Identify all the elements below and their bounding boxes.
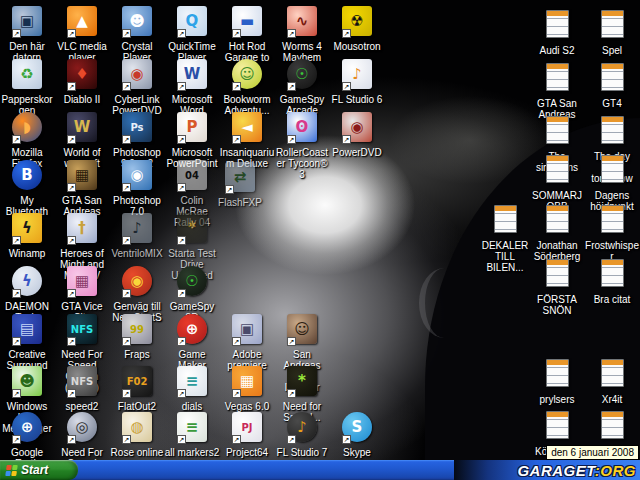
icon-label: Xr4it (584, 394, 640, 405)
desktop-icon-photoshop-7-0[interactable]: ◉↗Photoshop 7.0 (109, 160, 165, 217)
köpa-lista-icon (542, 411, 572, 443)
skype-icon: S↗ (342, 412, 372, 444)
gt4-icon (597, 63, 627, 95)
desktop-icon-xr4it[interactable]: Xr4it (584, 357, 640, 405)
icon-label: RollerCoaster Tycoon® 3 (274, 147, 330, 180)
desktop-icon-bookworm-adventu[interactable]: ☺↗Bookworm Adventu... (219, 59, 275, 116)
shortcut-arrow-icon: ↗ (287, 337, 296, 346)
jonathan-söderberg-icon (542, 205, 572, 237)
text-document-icon (601, 259, 624, 287)
desktop-icon-rollercoaster-tycoon-3[interactable]: ʘ↗RollerCoaster Tycoon® 3 (274, 112, 330, 180)
shortcut-arrow-icon: ↗ (122, 135, 131, 144)
fraps-icon: 99↗ (122, 314, 152, 346)
första-snön-icon (542, 259, 572, 291)
desktop-icon-project64[interactable]: PJ↗Project64 (219, 412, 275, 458)
text-document-icon (546, 259, 569, 287)
text-document-icon (546, 63, 569, 91)
shortcut-arrow-icon: ↗ (232, 435, 241, 444)
icon-label: FlatOut2 (109, 401, 165, 412)
shortcut-arrow-icon: ↗ (12, 337, 21, 346)
icon-label: Mousotron (329, 41, 385, 52)
text-document-icon (601, 10, 624, 38)
garaget-logo-text: GARAGET (517, 462, 594, 479)
desktop-icon-quicktime-player[interactable]: Q↗QuickTime Player (164, 6, 220, 63)
shortcut-arrow-icon: ↗ (122, 236, 131, 245)
icon-label: Project64 (219, 447, 275, 458)
desktop-icon-winamp[interactable]: ϟ↗Winamp (0, 213, 55, 259)
desktop-icon-flatout2[interactable]: F02↗FlatOut2 (109, 366, 165, 412)
desktop-icon-den-här-datorn[interactable]: ▣↗Den här datorn (0, 6, 55, 63)
text-document-icon (546, 359, 569, 387)
shortcut-arrow-icon: ↗ (12, 389, 21, 398)
desktop-icon-ventrilomix[interactable]: ♪↗VentriloMIX (109, 213, 165, 259)
desktop-icon-prylsers[interactable]: prylsers (529, 357, 585, 405)
desktop-icon-powerdvd[interactable]: ◉↗PowerDVD (329, 112, 385, 158)
desktop-icon-diablo-ii[interactable]: ♦↗Diablo II (54, 59, 110, 105)
shortcut-arrow-icon: ↗ (177, 236, 186, 245)
spel-icon (597, 10, 627, 42)
desktop-icon-speed2[interactable]: NFS↗speed2 (54, 366, 110, 412)
desktop-icon-all-markers2[interactable]: ≡↗all markers2 (164, 412, 220, 458)
desktop-icon-game-maker[interactable]: ⊕↗Game Maker (164, 314, 220, 371)
desktop-icon-fraps[interactable]: 99↗Fraps (109, 314, 165, 360)
icon-label: FlashFXP (212, 197, 268, 208)
shortcut-arrow-icon: ↗ (177, 29, 186, 38)
desktop-icon-rose-online[interactable]: ◍↗Rose online (109, 412, 165, 458)
shortcut-arrow-icon: ↗ (122, 389, 131, 398)
shortcut-arrow-icon: ↗ (232, 389, 241, 398)
garaget-icon (597, 411, 627, 443)
dials-icon: ≡↗ (177, 366, 207, 398)
worms-4-mayhem-icon: ∿↗ (287, 6, 317, 38)
text-document-icon (601, 411, 624, 439)
desktop-icon-adobe-premiere[interactable]: ▣↗Adobe premiere (219, 314, 275, 371)
desktop-icon-första-snön[interactable]: FÖRSTA SNÖN (529, 257, 585, 316)
desktop-icon-gta-san-andreas[interactable]: GTA San Andreas (529, 61, 585, 120)
desktop-icon-vlc-media-player[interactable]: ▲↗VLC media player (54, 6, 110, 63)
icon-label: Winamp (0, 248, 55, 259)
dekaler-till-bilen-icon (490, 205, 520, 237)
desktop-icon-cyberlink-powerdvd[interactable]: ◉↗CyberLink PowerDVD (109, 59, 165, 116)
desktop-icon-microsoft-word[interactable]: W↗Microsoft Word (164, 59, 220, 116)
desktop-icon-gamespy-arcade[interactable]: ☉↗GameSpy Arcade (274, 59, 330, 116)
desktop-icon-insaniquarium-deluxe[interactable]: ◄↗Insaniquarium Deluxe (219, 112, 275, 169)
frostwhisper-icon (597, 205, 627, 237)
car-wheel-arch (419, 268, 469, 338)
mousotron-icon: ☢↗ (342, 6, 372, 38)
desktop-icon-crystal-player[interactable]: ☻↗Crystal Player (109, 6, 165, 63)
desktop-icon-worms-4-mayhem[interactable]: ∿↗Worms 4 Mayhem (274, 6, 330, 63)
desktop-icon-dekaler-till-bilen[interactable]: DEKALER TILL BILEN... (477, 203, 533, 273)
garaget-logo-org: :ORG (595, 462, 636, 479)
desktop-icon-audi-s2[interactable]: Audi S2 (529, 8, 585, 56)
icon-label: FL Studio 7 (274, 447, 330, 458)
shortcut-arrow-icon: ↗ (12, 289, 21, 298)
shortcut-arrow-icon: ↗ (232, 135, 241, 144)
desktop-icon-skype[interactable]: S↗Skype (329, 412, 385, 458)
desktop-icon-jonathan-söderberg[interactable]: Jonathan Söderberg (529, 203, 585, 262)
desktop-icon-gta-san-andreas[interactable]: ▦↗GTA San Andreas (54, 160, 110, 217)
desktop-icon-fl-studio-7[interactable]: ♪↗FL Studio 7 (274, 412, 330, 458)
desktop-icon-gt4[interactable]: GT4 (584, 61, 640, 109)
start-button[interactable]: Start (0, 460, 78, 480)
windows-flag-icon (5, 465, 18, 476)
shortcut-arrow-icon: ↗ (287, 435, 296, 444)
desktop-icon-frostwhisper[interactable]: Frostwhisper (584, 203, 640, 262)
date-tooltip: den 6 januari 2008 (546, 445, 639, 460)
desktop-icon-spel[interactable]: Spel (584, 8, 640, 56)
desktop-icon-bra-citat[interactable]: Bra citat (584, 257, 640, 305)
world-of-warcraft-icon: W↗ (67, 112, 97, 144)
photoshop-9-0-cs2-icon: Ps↗ (122, 112, 152, 144)
desktop-icon-mousotron[interactable]: ☢↗Mousotron (329, 6, 385, 52)
shortcut-arrow-icon: ↗ (12, 236, 21, 245)
text-document-icon (494, 205, 517, 233)
shortcut-arrow-icon: ↗ (177, 135, 186, 144)
vlc-media-player-icon: ▲↗ (67, 6, 97, 38)
desktop-icon-dials[interactable]: ≡↗dials (164, 366, 220, 412)
text-document-icon (601, 63, 624, 91)
fl-studio-7-icon: ♪↗ (287, 412, 317, 444)
desktop-icon-fl-studio-6[interactable]: ♪↗FL Studio 6 (329, 59, 385, 105)
icon-label: Audi S2 (529, 45, 585, 56)
desktop-icon-vegas-6-0[interactable]: ▦↗Vegas 6.0 (219, 366, 275, 412)
dagens-höjdpunkt-icon (597, 155, 627, 187)
desktop-icon-papperskorgen[interactable]: ♻Papperskorgen (0, 59, 55, 116)
desktop-icon-flashfxp[interactable]: ⇄↗FlashFXP (212, 162, 268, 208)
